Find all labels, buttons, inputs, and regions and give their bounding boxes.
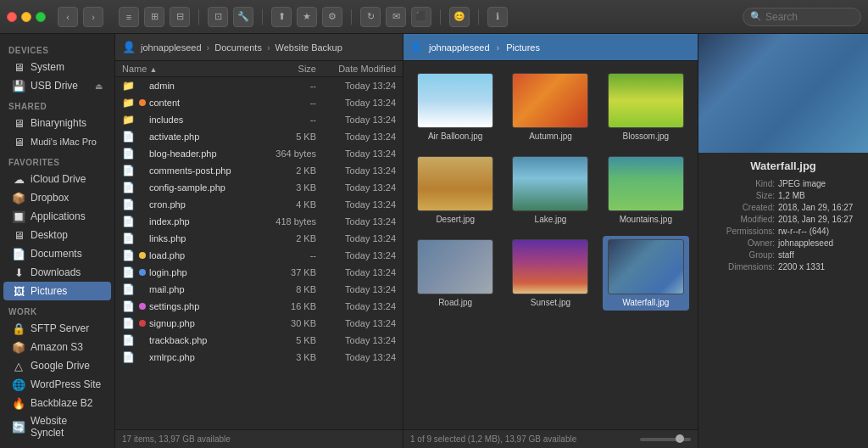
sidebar-item-websync[interactable]: 🔄 Website Synclet <box>3 412 111 441</box>
sidebar-item-system[interactable]: 🖥 System <box>3 58 111 76</box>
gallery-user-icon: 👤 <box>410 42 422 53</box>
file-size: 2 KB <box>257 165 316 176</box>
arrange-button[interactable]: ⊡ <box>208 7 228 27</box>
file-date: Today 13:24 <box>320 284 396 294</box>
file-row[interactable]: 📄xmlrpc.php3 KBToday 13:24 <box>115 349 403 366</box>
search-input[interactable] <box>765 11 854 23</box>
sidebar-item-gdrive[interactable]: △ Google Drive <box>3 356 111 375</box>
system-icon: 🖥 <box>12 60 25 74</box>
sidebar-item-imac[interactable]: 🖥 Mudi's iMac Pro <box>3 132 111 151</box>
sidebar-item-label: Google Drive <box>31 360 90 372</box>
close-button[interactable] <box>7 12 17 22</box>
sync-button[interactable]: ↻ <box>360 7 381 27</box>
settings-button[interactable]: ⚙ <box>322 7 342 27</box>
file-size: -- <box>257 250 316 260</box>
gallery-status: 1 of 9 selected (1,2 MB), 13,97 GB avail… <box>403 429 698 448</box>
sidebar-item-desktop[interactable]: 🖥 Desktop <box>3 226 111 244</box>
file-row[interactable]: 📄signup.php30 KBToday 13:24 <box>115 315 403 332</box>
minimize-button[interactable] <box>21 12 31 22</box>
cover-flow-button[interactable]: ⊟ <box>170 7 190 27</box>
share2-button[interactable]: ⬛ <box>411 7 431 27</box>
sidebar-item-label: Dropbox <box>31 192 69 204</box>
eject-icon[interactable]: ⏏ <box>95 81 103 91</box>
file-row[interactable]: 📄config-sample.php3 KBToday 13:24 <box>115 179 403 196</box>
sidebar-item-documents[interactable]: 📄 Documents <box>3 244 111 263</box>
sidebar-item-pictures[interactable]: 🖼 Pictures <box>3 282 111 300</box>
preview-val: 2200 x 1331 <box>778 262 860 272</box>
gallery-item-waterfall[interactable]: Waterfall.jpg <box>603 236 689 311</box>
gallery-label-mountains: Mountains.jpg <box>620 215 672 224</box>
share-button[interactable]: ⬆ <box>271 7 292 27</box>
file-pane-status: 17 items, 13,97 GB available <box>115 429 403 448</box>
maximize-button[interactable] <box>36 12 46 22</box>
gallery-item-air-balloon[interactable]: Air Balloon.jpg <box>412 70 498 144</box>
list-view-button[interactable]: ≡ <box>119 7 139 27</box>
file-date: Today 13:24 <box>320 165 396 176</box>
gallery-item-blossom[interactable]: Blossom.jpg <box>603 70 689 144</box>
sidebar-item-applications[interactable]: 🔲 Applications <box>3 207 111 226</box>
preview-info: Waterfall.jpg Kind:JPEG imageSize:1,2 MB… <box>698 153 868 448</box>
preview-row: Permissions:rw-r--r-- (644) <box>707 227 860 236</box>
gallery-item-mountains[interactable]: Mountains.jpg <box>603 153 689 227</box>
file-row[interactable]: 📄cron.php4 KBToday 13:24 <box>115 196 403 213</box>
back-button[interactable]: ‹ <box>58 7 78 27</box>
file-row[interactable]: 📄settings.php16 KBToday 13:24 <box>115 298 403 315</box>
file-row[interactable]: 📄comments-post.php2 KBToday 13:24 <box>115 162 403 179</box>
sidebar-item-icloud[interactable]: ☁ iCloud Drive <box>3 170 111 188</box>
action-button[interactable]: 🔧 <box>233 7 253 27</box>
file-row[interactable]: 📄load.php--Today 13:24 <box>115 247 403 264</box>
gallery-thumb-autumn <box>512 73 588 128</box>
sidebar-item-sftp[interactable]: 🔒 SFTP Server <box>3 319 111 338</box>
file-row[interactable]: 📄login.php37 KBToday 13:24 <box>115 264 403 281</box>
sidebar-item-binarynights[interactable]: 🖥 Binarynights <box>3 114 111 132</box>
sidebar-item-wordpress[interactable]: 🌐 WordPress Site <box>3 375 111 394</box>
color-tag-dot <box>139 320 146 327</box>
col-size-header: Size <box>257 64 316 74</box>
preview-pane: Waterfall.jpg Kind:JPEG imageSize:1,2 MB… <box>698 34 868 448</box>
file-name: mail.php <box>149 284 253 294</box>
file-size: 4 KB <box>257 199 316 210</box>
file-row[interactable]: 📄index.php418 bytesToday 13:24 <box>115 213 403 230</box>
sidebar-item-label: Downloads <box>31 266 81 278</box>
emoji-button[interactable]: 😊 <box>449 7 470 27</box>
file-row[interactable]: 📁includes--Today 13:24 <box>115 111 403 128</box>
forward-button[interactable]: › <box>83 7 103 27</box>
mail-button[interactable]: ✉ <box>386 7 406 27</box>
info-button[interactable]: ℹ <box>487 7 508 27</box>
col-name-header: Name ▲ <box>122 64 253 74</box>
php-icon: 📄 <box>122 148 136 160</box>
sidebar-item-usb[interactable]: 💾 USB Drive ⏏ <box>3 76 111 95</box>
column-view-button[interactable]: ⊞ <box>144 7 164 27</box>
sidebar-item-dropbox[interactable]: 📦 Dropbox <box>3 188 111 207</box>
file-row[interactable]: 📁content--Today 13:24 <box>115 94 403 111</box>
file-row[interactable]: 📁admin--Today 13:24 <box>115 77 403 94</box>
file-row[interactable]: 📄blog-header.php364 bytesToday 13:24 <box>115 145 403 162</box>
file-row[interactable]: 📄links.php2 KBToday 13:24 <box>115 230 403 247</box>
gallery-item-lake[interactable]: Lake.jpg <box>507 153 593 227</box>
color-tag-dot <box>139 252 146 259</box>
tag-button[interactable]: ★ <box>297 7 317 27</box>
gallery-item-sunset[interactable]: Sunset.jpg <box>507 236 593 311</box>
preview-image <box>698 34 868 153</box>
separator-2 <box>262 9 263 25</box>
shared-header: Shared <box>0 95 114 114</box>
file-row[interactable]: 📄activate.php5 KBToday 13:24 <box>115 128 403 145</box>
gallery-item-autumn[interactable]: Autumn.jpg <box>507 70 593 144</box>
zoom-slider[interactable] <box>640 438 691 441</box>
sidebar-item-backblaze[interactable]: 🔥 Backblaze B2 <box>3 394 111 412</box>
gallery-thumb-mountains <box>608 156 684 211</box>
preview-val: 1,2 MB <box>778 191 860 200</box>
sidebar-item-downloads[interactable]: ⬇ Downloads <box>3 263 111 282</box>
file-row[interactable]: 📄mail.php8 KBToday 13:24 <box>115 281 403 298</box>
websync-icon: 🔄 <box>12 420 25 434</box>
preview-rows: Kind:JPEG imageSize:1,2 MBCreated:2018, … <box>707 179 860 272</box>
sidebar-item-s3[interactable]: 📦 Amazon S3 <box>3 338 111 356</box>
gallery-label-desert: Desert.jpg <box>436 215 475 224</box>
file-name: content <box>149 98 253 108</box>
search-box[interactable]: 🔍 <box>743 8 861 26</box>
color-tag-dot <box>139 269 146 276</box>
gallery-item-desert[interactable]: Desert.jpg <box>412 153 498 227</box>
gallery-item-road[interactable]: Road.jpg <box>412 236 498 311</box>
file-row[interactable]: 📄trackback.php5 KBToday 13:24 <box>115 332 403 349</box>
traffic-lights <box>7 12 46 22</box>
